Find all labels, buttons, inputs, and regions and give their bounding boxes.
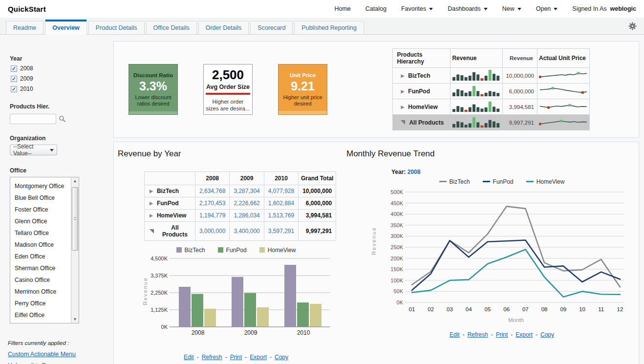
action-link-copy[interactable]: Copy — [275, 354, 288, 361]
office-item[interactable]: Spring Office — [10, 321, 71, 323]
products-hierarchy-table: Products HierarchyRevenueRevenueActual U… — [392, 48, 590, 130]
expand-icon[interactable]: ▶ — [401, 73, 404, 78]
tab-scorecard[interactable]: Scorecard — [250, 21, 293, 34]
action-link-export[interactable]: Export — [515, 331, 533, 338]
svg-text:3,375K: 3,375K — [150, 273, 168, 278]
pivot-value-cell[interactable]: 3,597,291 — [264, 222, 298, 241]
pivot-value-cell[interactable]: 3,000,000 — [195, 222, 230, 241]
office-item[interactable]: Eden Office — [10, 251, 71, 262]
pivot-value-cell[interactable]: 4,077,928 — [264, 185, 298, 197]
bar-chart-legend: BizTechFunPodHomeView — [138, 247, 334, 254]
legend-label: FunPod — [493, 178, 514, 185]
pivot-column-header[interactable]: 2008 — [195, 172, 230, 185]
page-options-button[interactable] — [628, 22, 637, 32]
checkbox-checked-icon[interactable]: ✓ — [11, 65, 17, 72]
year-value-link[interactable]: 2008 — [408, 169, 421, 175]
table-row-biztech[interactable]: ▶BizTech10,000,000 — [393, 68, 590, 84]
office-item[interactable]: Casino Office — [10, 274, 71, 286]
products-hier-label: Products Hier. — [10, 103, 113, 110]
monthly-trend-line-chart[interactable]: Revenue 0K50K100K150K200K250K300K350K400… — [370, 185, 634, 324]
pivot-value-cell[interactable]: 2,226,662 — [230, 197, 264, 210]
pivot-value-cell[interactable]: 2,634,768 — [195, 185, 230, 197]
tab-order-details[interactable]: Order Details — [198, 21, 249, 34]
year-checkbox-2009[interactable]: ✓2009 — [11, 75, 113, 82]
nav-item-favorites[interactable]: Favorites — [401, 5, 433, 12]
nav-item-catalog[interactable]: Catalog — [365, 5, 386, 12]
office-item[interactable]: Madison Office — [10, 239, 71, 251]
products-hier-input[interactable] — [10, 114, 56, 124]
action-link-refresh[interactable]: Refresh — [202, 354, 222, 361]
tab-published-reporting[interactable]: Published Reporting — [294, 21, 364, 34]
action-link-print[interactable]: Print — [496, 331, 508, 338]
expand-icon[interactable]: ▶ — [150, 213, 153, 218]
custom-actionable-menu-link[interactable]: Custom Actionable Menu — [8, 351, 113, 358]
collapse-icon[interactable] — [150, 229, 154, 234]
table-row-funpod[interactable]: ▶FunPod6,000,000 — [393, 84, 590, 99]
tab-readme[interactable]: Readme — [6, 21, 43, 34]
table-row-all-products[interactable]: All Products9,997,291 — [393, 115, 590, 130]
checkbox-label: 2009 — [20, 75, 33, 82]
tab-product-details[interactable]: Product Details — [88, 21, 145, 34]
office-item[interactable]: Eiffel Office — [10, 309, 71, 321]
pivot-value-cell[interactable]: 3,400,000 — [230, 222, 264, 241]
action-link-copy[interactable]: Copy — [540, 331, 554, 338]
svg-text:200K: 200K — [390, 256, 403, 261]
year-label: Year — [10, 55, 113, 62]
office-item[interactable]: Foster Office — [10, 204, 71, 215]
pivot-value-cell[interactable]: 2,170,453 — [195, 197, 230, 210]
kpi-unit-price[interactable]: Unit Price 9.21 Higher unit price desire… — [278, 64, 327, 115]
pivot-value-cell[interactable]: 1,286,034 — [230, 210, 264, 222]
expand-icon[interactable]: ▶ — [401, 105, 404, 109]
nav-item-dashboards[interactable]: Dashboards — [448, 5, 487, 12]
help-link[interactable]: Help on this Page — [8, 362, 113, 364]
office-item[interactable]: Perry Office — [10, 298, 71, 309]
nav-item-new[interactable]: New — [502, 5, 521, 12]
pivot-column-header[interactable]: 2010 — [264, 172, 298, 185]
kpi-discount-ratio[interactable]: Discount Ratio 3.3% Lower discount ratio… — [129, 64, 178, 115]
office-item[interactable]: Sherman Office — [10, 262, 71, 274]
action-link-refresh[interactable]: Refresh — [468, 331, 488, 338]
signed-in-user[interactable]: weblogic — [610, 5, 636, 12]
office-item[interactable]: Glenn Office — [10, 215, 71, 227]
action-link-edit[interactable]: Edit — [450, 331, 460, 338]
office-item[interactable]: Montgomery Office — [10, 180, 71, 192]
office-list-scrollbar[interactable]: ▲ ▼ — [71, 177, 79, 323]
nav-item-label: Favorites — [401, 5, 426, 12]
line-chart-yaxis-label: Revenue — [371, 227, 377, 255]
nav-item-open[interactable]: Open — [536, 5, 558, 12]
table-row-homeview[interactable]: ▶HomeView3,994,581 — [393, 99, 590, 115]
collapse-icon[interactable] — [401, 120, 405, 125]
tab-office-details[interactable]: Office Details — [146, 21, 197, 34]
pivot-column-header[interactable]: 2009 — [230, 172, 264, 185]
checkbox-checked-icon[interactable]: ✓ — [11, 86, 17, 92]
scroll-down-icon[interactable]: ▼ — [71, 316, 79, 323]
action-link-print[interactable]: Print — [230, 354, 242, 361]
kpi-avg-order-size[interactable]: 2,500 Avg Order Size Higher order sizes … — [203, 64, 253, 115]
revenue-bar-chart[interactable]: Revenue 0K1,125K2,250K3,375K4,500K200820… — [138, 254, 334, 342]
expand-icon[interactable]: ▶ — [150, 189, 153, 193]
action-link-export[interactable]: Export — [250, 354, 267, 361]
legend-item-homeview: HomeView — [526, 178, 565, 185]
office-item[interactable]: Tellaro Office — [10, 227, 71, 239]
tab-overview[interactable]: Overview — [45, 20, 87, 35]
office-item[interactable]: Merrimon Office — [10, 286, 71, 298]
scroll-up-icon[interactable]: ▲ — [71, 177, 79, 185]
svg-text:2,250K: 2,250K — [150, 290, 168, 296]
checkbox-checked-icon[interactable]: ✓ — [11, 76, 17, 82]
expand-icon[interactable]: ▶ — [150, 201, 153, 206]
expand-icon[interactable]: ▶ — [401, 89, 404, 94]
pivot-value-cell[interactable]: 1,513,769 — [264, 210, 298, 222]
organization-select[interactable]: --Select Value-- — [10, 145, 57, 155]
pivot-value-cell[interactable]: 1,602,884 — [264, 197, 298, 210]
nav-item-home[interactable]: Home — [334, 5, 350, 12]
office-item[interactable]: Blue Bell Office — [10, 192, 71, 204]
year-checkbox-2008[interactable]: ✓2008 — [11, 65, 113, 72]
action-link-edit[interactable]: Edit — [184, 354, 194, 361]
pivot-value-cell[interactable]: 1,194,779 — [195, 210, 230, 222]
pivot-value-cell[interactable]: 3,287,304 — [230, 185, 264, 197]
year-checkbox-2010[interactable]: ✓2010 — [11, 86, 113, 92]
organization-selected-value: --Select Value-- — [13, 143, 50, 157]
pivot-corner-cell — [145, 172, 195, 185]
scrollbar-thumb[interactable] — [72, 187, 78, 251]
search-icon[interactable] — [59, 115, 66, 124]
